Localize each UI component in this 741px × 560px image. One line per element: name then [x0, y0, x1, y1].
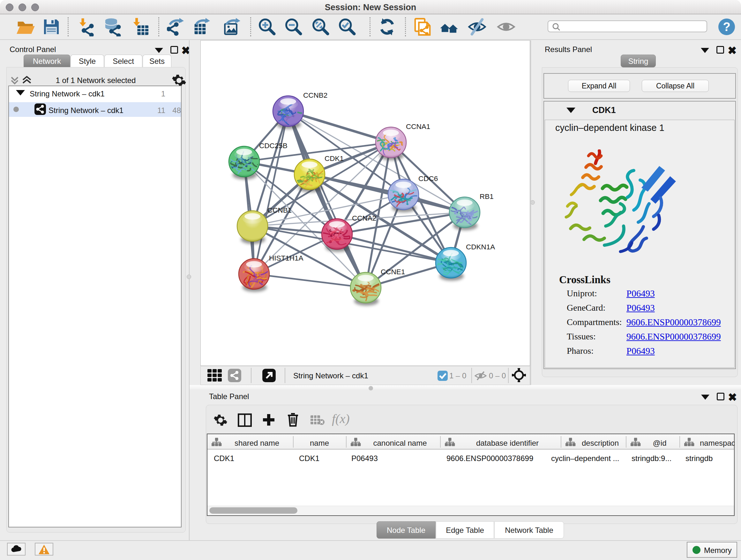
svg-text:CCNA2: CCNA2: [352, 214, 376, 222]
svg-text:CDK1: CDK1: [325, 154, 344, 163]
svg-text:CDC25B: CDC25B: [259, 142, 287, 150]
svg-text:HIST1H1A: HIST1H1A: [269, 254, 304, 262]
svg-text:CCNE1: CCNE1: [381, 268, 405, 276]
svg-text:CCNA1: CCNA1: [406, 123, 430, 131]
svg-text:RB1: RB1: [480, 192, 494, 200]
svg-text:CCNB2: CCNB2: [303, 91, 327, 99]
svg-text:CCNB1: CCNB1: [267, 206, 292, 214]
svg-text:CDKN1A: CDKN1A: [466, 243, 495, 251]
svg-text:CDC6: CDC6: [418, 175, 438, 183]
